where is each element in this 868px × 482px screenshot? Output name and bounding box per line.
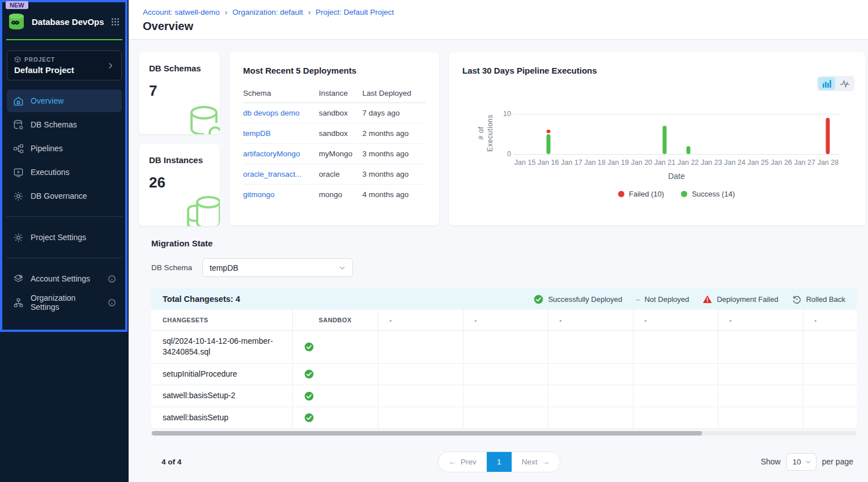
- breadcrumb-item[interactable]: Account: satwell-demo: [143, 8, 220, 16]
- deployments-column-header: Schema: [243, 84, 319, 103]
- success-bar[interactable]: [663, 126, 667, 154]
- sidebar-item-project-settings[interactable]: Project Settings: [7, 226, 122, 249]
- legend-label: Success (14): [692, 190, 735, 198]
- sidebar-item-pipelines[interactable]: Pipelines: [7, 137, 122, 160]
- check-circle-icon: [304, 413, 367, 423]
- status-legend: Successfully Deployed–Not DeployedDeploy…: [534, 295, 845, 304]
- breadcrumb-item[interactable]: Project: Default Project: [316, 8, 394, 16]
- status-legend-item: Rolled Back: [792, 295, 845, 304]
- deployments-column-header: Last Deployed: [362, 84, 426, 103]
- schema-link[interactable]: oracle_transact...: [243, 170, 302, 178]
- empty-cell: [803, 407, 857, 429]
- chart-type-toggle: [817, 76, 854, 91]
- changesets-column-header: -: [378, 310, 463, 330]
- empty-cell: [803, 330, 857, 363]
- layers-icon: [12, 273, 24, 284]
- summary-cards-row: DB Schemas 7 DB Instances 26: [139, 52, 866, 226]
- page-1-button[interactable]: 1: [487, 452, 512, 472]
- db-schema-select[interactable]: tempDB: [202, 258, 353, 277]
- sidebar-divider: [6, 216, 122, 217]
- check-circle-icon: [304, 342, 367, 352]
- project-name: Default Project: [14, 65, 107, 75]
- y-axis-label: # of Executions: [477, 113, 495, 153]
- sidebar-nav-project: Project Settings: [0, 226, 129, 249]
- table-row: db devops demosandbox7 days ago: [243, 103, 426, 123]
- table-row[interactable]: setupInitialProcedure: [151, 363, 857, 385]
- changesets-panel: Total Changesets: 4 Successfully Deploye…: [151, 288, 857, 436]
- sidebar-item-db-schemas[interactable]: DB Schemas: [7, 113, 122, 136]
- empty-cell: [548, 330, 633, 363]
- chart-bar-slot: [583, 114, 606, 154]
- page-size-select[interactable]: 10: [786, 453, 816, 471]
- db-schemas-card[interactable]: DB Schemas 7: [139, 52, 220, 134]
- changesets-column-header: CHANGESETS: [151, 310, 292, 330]
- stat-cards-column: DB Schemas 7 DB Instances 26: [139, 52, 220, 226]
- main-area: Account: satwell-demo›Organization: defa…: [129, 0, 868, 482]
- table-row[interactable]: sql/2024-10-14-12-06-member-34240854.sql: [151, 330, 857, 363]
- chart-legend: Failed (10)Success (14): [513, 190, 840, 198]
- empty-cell: [463, 407, 548, 429]
- table-row[interactable]: satwell:basisSetup-2: [151, 385, 857, 407]
- chart-bar-slot: [560, 114, 583, 154]
- x-tick-label: Jan 21: [653, 159, 676, 167]
- recent-deployments-card: Most Recent 5 Deployments SchemaInstance…: [229, 52, 439, 225]
- total-changesets: Total Changesets: 4: [163, 295, 240, 304]
- db-schema-select-value: tempDB: [210, 263, 239, 272]
- breadcrumb-item[interactable]: Organization: default: [232, 8, 303, 16]
- sandbox-status-cell: [292, 330, 378, 363]
- failed-bar[interactable]: [826, 118, 830, 154]
- empty-cell: [633, 330, 718, 363]
- legend-item[interactable]: Failed (10): [618, 190, 664, 198]
- failed-bar[interactable]: [546, 130, 550, 133]
- changesets-column-header: -: [803, 310, 857, 330]
- changesets-column-header: -: [548, 310, 633, 330]
- empty-cell: [463, 385, 548, 407]
- db-instances-card[interactable]: DB Instances 26: [139, 144, 220, 226]
- sidebar-nav-main: OverviewDB SchemasPipelinesExecutionsDB …: [0, 89, 129, 207]
- table-row: gitmongomongo4 months ago: [243, 185, 426, 205]
- table-row[interactable]: satwell:basisSetup: [151, 407, 857, 429]
- chart-bar-slot: [746, 114, 769, 154]
- sidebar-divider: [6, 258, 122, 258]
- page-title: Overview: [143, 20, 868, 33]
- schema-link[interactable]: artifactoryMongo: [243, 150, 300, 158]
- sidebar-item-organization-settings[interactable]: Organization Settings: [7, 291, 122, 314]
- changesets-column-header: -: [463, 310, 548, 330]
- schema-link[interactable]: db devops demo: [243, 109, 300, 117]
- last-deployed-cell: 2 months ago: [362, 123, 426, 144]
- breadcrumb-separator: ›: [308, 8, 310, 16]
- chart-bar-slot: [607, 114, 630, 154]
- bar-chart-toggle-icon[interactable]: [818, 77, 835, 90]
- sidebar-item-db-governance[interactable]: DB Governance: [7, 185, 122, 207]
- show-label: Show: [761, 457, 781, 466]
- project-selector[interactable]: PROJECT Default Project: [7, 50, 122, 80]
- changesets-column-header: SANDBOX: [292, 310, 378, 330]
- x-tick-label: Jan 17: [560, 159, 583, 167]
- sidebar-item-overview[interactable]: Overview: [7, 89, 122, 112]
- changesets-header: Total Changesets: 4 Successfully Deploye…: [151, 288, 857, 310]
- line-chart-toggle-icon[interactable]: [836, 77, 853, 90]
- x-tick-label: Jan 28: [816, 159, 840, 167]
- sidebar-item-executions[interactable]: Executions: [7, 161, 122, 184]
- x-tick-label: Jan 19: [607, 159, 630, 167]
- deployments-column-header: Instance: [319, 84, 363, 103]
- db-schema-label: DB Schema: [151, 263, 192, 272]
- sidebar-item-account-settings[interactable]: Account Settings: [7, 267, 122, 290]
- horizontal-scrollbar[interactable]: [151, 431, 857, 436]
- chevron-down-icon: [805, 459, 811, 465]
- schema-link[interactable]: tempDB: [243, 129, 271, 138]
- legend-item[interactable]: Success (14): [681, 190, 735, 198]
- schema-link[interactable]: gitmongo: [243, 190, 275, 199]
- chart-bar-slot: [723, 114, 746, 154]
- success-bar[interactable]: [546, 134, 550, 155]
- next-button[interactable]: Next →: [512, 452, 560, 472]
- app-grid-icon[interactable]: [111, 18, 120, 26]
- prev-button[interactable]: ← Prev: [439, 452, 487, 472]
- db-instances-count: 26: [149, 174, 220, 191]
- check-circle-icon: [534, 295, 543, 304]
- status-legend-item: Deployment Failed: [703, 295, 778, 304]
- empty-cell: [378, 330, 463, 363]
- success-bar[interactable]: [686, 146, 690, 154]
- scrollbar-thumb[interactable]: [152, 431, 702, 436]
- db-schemas-card-title: DB Schemas: [149, 63, 220, 73]
